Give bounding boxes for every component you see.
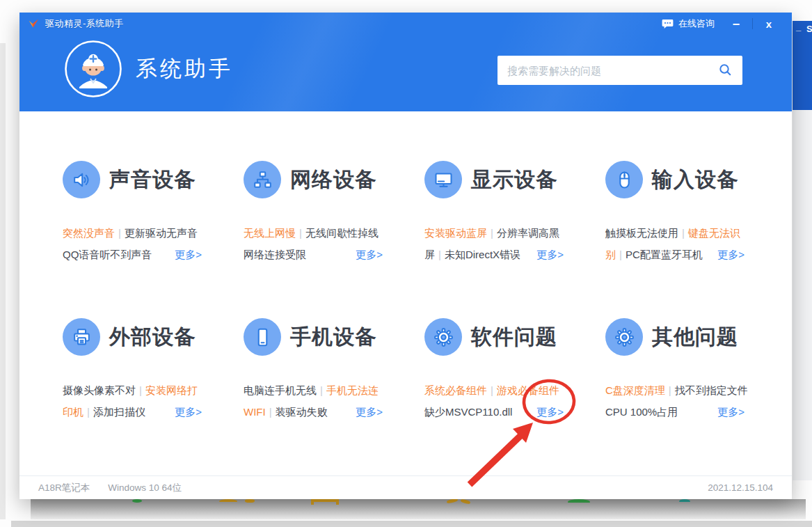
category-card: 外部设备 摄像头像素不对|安装网络打 印机|添加扫描仪更多> xyxy=(63,318,202,423)
issue-links: 系统必备组件|游戏必备组件 缺少MSVCP110.dll更多> xyxy=(424,379,564,423)
app-version: 2021.12.15.104 xyxy=(708,482,773,493)
separator: | xyxy=(438,249,441,260)
issue-link[interactable]: 装驱动失败 xyxy=(276,406,328,418)
titlebar-divider xyxy=(752,18,753,29)
cards-grid: 声音设备 突然没声音|更新驱动无声音 QQ语音听不到声音更多> 网络设备 无线上… xyxy=(63,161,792,423)
category-title: 手机设备 xyxy=(290,323,376,352)
category-header[interactable]: 显示设备 xyxy=(424,161,564,198)
issue-links: 触摸板无法使用|键盘无法识 别|PC配置蓝牙耳机更多> xyxy=(605,222,745,265)
category-header[interactable]: 软件问题 xyxy=(424,318,564,356)
online-consult-label: 在线咨询 xyxy=(678,17,715,30)
behind-partial-glyph: S xyxy=(806,24,812,34)
more-link-annotated[interactable]: 更多> xyxy=(536,401,564,423)
category-header[interactable]: 外部设备 xyxy=(63,318,202,356)
network-icon xyxy=(244,161,281,198)
more-link[interactable]: 更多> xyxy=(356,244,383,265)
category-title: 显示设备 xyxy=(471,166,557,194)
online-consult-button[interactable]: 在线咨询 xyxy=(662,17,715,30)
more-link[interactable]: 更多> xyxy=(175,401,202,423)
app-window: 驱动精灵-系统助手 在线咨询 — x xyxy=(19,13,792,499)
doctor-avatar-icon xyxy=(64,40,122,98)
more-link[interactable]: 更多> xyxy=(717,401,745,423)
issue-link[interactable]: 找不到指定文件 xyxy=(675,384,748,396)
category-title: 外部设备 xyxy=(109,323,196,352)
close-button[interactable]: x xyxy=(757,18,781,30)
issue-link[interactable]: PC配置蓝牙耳机 xyxy=(626,249,703,260)
window-title: 驱动精灵-系统助手 xyxy=(45,17,124,30)
issue-link[interactable]: 突然没声音 xyxy=(63,227,115,239)
issue-link[interactable]: 游戏必备组件 xyxy=(497,384,559,396)
titlebar[interactable]: 驱动精灵-系统助手 在线咨询 — x xyxy=(19,13,792,35)
mouse-icon xyxy=(605,161,643,198)
category-header[interactable]: 其他问题 xyxy=(605,318,745,356)
more-link[interactable]: 更多> xyxy=(175,244,202,265)
panel-header: 系统助手 xyxy=(19,35,792,111)
category-header[interactable]: 网络设备 xyxy=(244,161,383,198)
category-header[interactable]: 手机设备 xyxy=(244,318,383,356)
separator: | xyxy=(491,384,493,396)
issue-link[interactable]: CPU 100%占用 xyxy=(605,406,678,418)
device-model: A18R笔记本 xyxy=(38,482,90,494)
decor-shape xyxy=(568,499,590,505)
issue-link[interactable]: 无线间歇性掉线 xyxy=(305,227,379,239)
issue-link[interactable]: 安装驱动蓝屏 xyxy=(424,227,487,239)
taskbar-strip xyxy=(11,521,812,527)
issue-link[interactable]: QQ语音听不到声音 xyxy=(63,249,152,260)
issue-links: 安装驱动蓝屏|分辨率调高黑 屏|未知DirectX错误更多> xyxy=(424,222,564,265)
separator: | xyxy=(669,384,671,396)
decor-shape xyxy=(219,499,237,503)
category-title: 软件问题 xyxy=(471,323,557,352)
behind-window-bottom xyxy=(31,499,806,519)
decor-shape xyxy=(679,499,690,503)
issue-link[interactable]: 网络连接受限 xyxy=(244,249,306,260)
gear-icon xyxy=(605,318,643,356)
issue-link[interactable]: 更新驱动无声音 xyxy=(125,227,198,239)
issue-link[interactable]: 系统必备组件 xyxy=(424,384,487,396)
issue-link[interactable]: 屏 xyxy=(424,249,435,260)
issue-link[interactable]: 添加扫描仪 xyxy=(93,406,145,418)
category-card: 手机设备 电脑连手机无线|手机无法连 WIFI|装驱动失败更多> xyxy=(244,318,383,423)
more-link[interactable]: 更多> xyxy=(356,401,383,423)
minimize-button[interactable]: — xyxy=(724,17,748,30)
search-box[interactable] xyxy=(497,56,742,85)
category-header[interactable]: 声音设备 xyxy=(63,161,202,198)
issue-link[interactable]: 缺少MSVCP110.dll xyxy=(424,406,512,418)
issue-link[interactable]: 摄像头像素不对 xyxy=(63,384,136,396)
separator: | xyxy=(619,249,622,260)
decor-shape xyxy=(132,499,142,503)
separator: | xyxy=(269,406,272,418)
issue-link[interactable]: 印机 xyxy=(63,406,83,418)
more-link[interactable]: 更多> xyxy=(717,244,745,265)
issue-link[interactable]: 无线上网慢 xyxy=(244,227,296,239)
behind-window-edge: _ S xyxy=(793,21,812,110)
category-title: 其他问题 xyxy=(652,323,738,352)
behind-minimize-glyph: _ xyxy=(796,22,801,32)
issue-link[interactable]: 键盘无法识 xyxy=(688,227,740,239)
category-card: 显示设备 安装驱动蓝屏|分辨率调高黑 屏|未知DirectX错误更多> xyxy=(424,161,564,265)
decor-shape xyxy=(245,499,255,503)
decor-shape xyxy=(461,498,471,504)
category-title: 声音设备 xyxy=(109,166,196,194)
issue-link[interactable]: 触摸板无法使用 xyxy=(605,227,678,239)
separator: | xyxy=(139,384,142,396)
phone-icon xyxy=(244,318,281,356)
category-card: 软件问题 系统必备组件|游戏必备组件 缺少MSVCP110.dll更多> xyxy=(424,318,564,423)
issue-link[interactable]: 别 xyxy=(605,249,616,260)
category-header[interactable]: 输入设备 xyxy=(605,161,745,198)
separator: | xyxy=(491,227,493,239)
issue-link[interactable]: 安装网络打 xyxy=(145,384,198,396)
desktop: _ S 驱动精灵-系统助手 在线咨询 — x xyxy=(0,0,812,527)
main-content: 声音设备 突然没声音|更新驱动无声音 QQ语音听不到声音更多> 网络设备 无线上… xyxy=(19,111,792,499)
issue-link[interactable]: WIFI xyxy=(244,406,266,418)
issue-link[interactable]: 未知DirectX错误 xyxy=(445,249,520,260)
issue-link[interactable]: 分辨率调高黑 xyxy=(497,227,559,239)
more-link[interactable]: 更多> xyxy=(536,244,564,265)
decor-shape xyxy=(311,499,339,505)
issue-links: 摄像头像素不对|安装网络打 印机|添加扫描仪更多> xyxy=(63,379,202,423)
search-icon[interactable] xyxy=(717,62,734,79)
issue-link[interactable]: 电脑连手机无线 xyxy=(244,384,317,396)
issue-link[interactable]: C盘深度清理 xyxy=(605,384,665,396)
search-input[interactable] xyxy=(497,56,742,85)
issue-link[interactable]: 手机无法连 xyxy=(326,384,379,396)
chat-bubble-icon xyxy=(662,19,674,29)
